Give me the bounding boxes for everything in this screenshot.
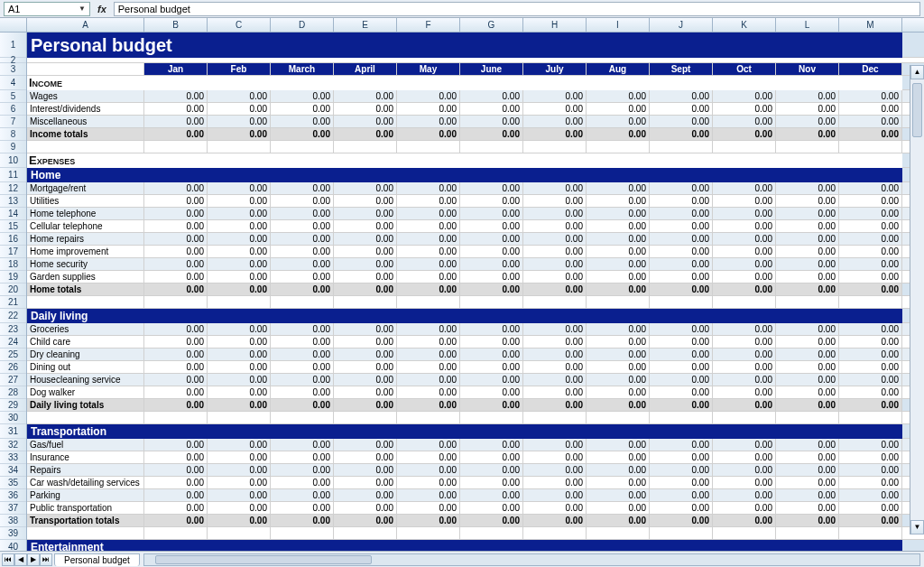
data-cell[interactable]: 0.00 (776, 182, 839, 194)
data-cell[interactable]: 0.00 (523, 336, 587, 348)
totals-cell[interactable]: 0.00 (587, 399, 650, 411)
data-cell[interactable]: 0.00 (397, 361, 460, 373)
blank-cell[interactable] (144, 296, 208, 308)
data-cell[interactable]: 0.00 (713, 116, 776, 127)
blank-cell[interactable] (27, 141, 144, 153)
data-cell[interactable]: 0.00 (776, 233, 839, 245)
data-cell[interactable]: 0.00 (587, 258, 650, 270)
sheet-tab[interactable]: Personal budget (54, 553, 140, 566)
data-cell[interactable]: 0.00 (208, 233, 271, 245)
row-label[interactable]: Interest/dividends (27, 103, 144, 115)
blank-cell[interactable] (271, 296, 334, 308)
data-cell[interactable]: 0.00 (271, 361, 334, 373)
data-cell[interactable]: 0.00 (839, 502, 902, 514)
data-cell[interactable]: 0.00 (208, 116, 271, 127)
data-cell[interactable]: 0.00 (271, 90, 334, 102)
data-cell[interactable]: 0.00 (208, 502, 271, 514)
row-header[interactable]: 3 (0, 63, 26, 76)
data-cell[interactable]: 0.00 (397, 386, 460, 398)
row-header[interactable]: 10 (0, 153, 26, 168)
data-cell[interactable]: 0.00 (334, 464, 397, 476)
data-cell[interactable]: 0.00 (144, 271, 208, 283)
data-cell[interactable]: 0.00 (650, 220, 713, 232)
data-cell[interactable]: 0.00 (523, 386, 587, 398)
data-cell[interactable]: 0.00 (523, 182, 587, 194)
blank-cell[interactable] (523, 141, 587, 153)
row-header[interactable]: 11 (0, 168, 26, 182)
column-header[interactable]: A (27, 18, 144, 32)
totals-cell[interactable]: 0.00 (713, 284, 776, 295)
data-cell[interactable]: 0.00 (334, 103, 397, 115)
totals-cell[interactable]: 0.00 (839, 399, 902, 411)
totals-label[interactable]: Home totals (27, 284, 144, 295)
blank-cell[interactable] (334, 141, 397, 153)
data-cell[interactable]: 0.00 (776, 361, 839, 373)
data-cell[interactable]: 0.00 (144, 220, 208, 232)
data-cell[interactable]: 0.00 (460, 336, 523, 348)
column-header[interactable]: D (271, 18, 334, 32)
blank-cell[interactable] (523, 296, 587, 308)
data-cell[interactable]: 0.00 (523, 103, 587, 115)
data-cell[interactable]: 0.00 (460, 90, 523, 102)
row-header[interactable]: 30 (0, 412, 26, 424)
column-header[interactable]: H (523, 18, 587, 32)
data-cell[interactable]: 0.00 (776, 90, 839, 102)
totals-cell[interactable]: 0.00 (839, 128, 902, 140)
data-cell[interactable]: 0.00 (334, 386, 397, 398)
data-cell[interactable]: 0.00 (144, 489, 208, 501)
data-cell[interactable]: 0.00 (397, 90, 460, 102)
data-cell[interactable]: 0.00 (713, 271, 776, 283)
column-header[interactable]: C (208, 18, 271, 32)
data-cell[interactable]: 0.00 (523, 361, 587, 373)
row-label[interactable]: Dining out (27, 361, 144, 373)
data-cell[interactable]: 0.00 (650, 451, 713, 463)
data-cell[interactable]: 0.00 (839, 220, 902, 232)
row-header[interactable]: 33 (0, 451, 26, 464)
data-cell[interactable]: 0.00 (397, 246, 460, 257)
data-cell[interactable]: 0.00 (523, 489, 587, 501)
row-label[interactable]: Utilities (27, 195, 144, 207)
data-cell[interactable]: 0.00 (587, 116, 650, 127)
data-cell[interactable]: 0.00 (713, 336, 776, 348)
month-header[interactable]: Nov (776, 63, 839, 75)
totals-cell[interactable]: 0.00 (713, 515, 776, 526)
month-header[interactable]: Jan (144, 63, 208, 75)
data-cell[interactable]: 0.00 (397, 195, 460, 207)
data-cell[interactable]: 0.00 (713, 103, 776, 115)
data-cell[interactable]: 0.00 (839, 361, 902, 373)
row-header[interactable]: 39 (0, 527, 26, 540)
data-cell[interactable]: 0.00 (208, 489, 271, 501)
totals-cell[interactable]: 0.00 (460, 284, 523, 295)
row-header[interactable]: 35 (0, 477, 26, 489)
data-cell[interactable]: 0.00 (460, 323, 523, 335)
data-cell[interactable]: 0.00 (208, 451, 271, 463)
row-header[interactable]: 23 (0, 323, 26, 336)
month-header[interactable]: Dec (839, 63, 902, 75)
data-cell[interactable]: 0.00 (334, 182, 397, 194)
data-cell[interactable]: 0.00 (776, 336, 839, 348)
blank-cell[interactable] (776, 527, 839, 539)
data-cell[interactable]: 0.00 (271, 182, 334, 194)
data-cell[interactable]: 0.00 (271, 246, 334, 257)
totals-cell[interactable]: 0.00 (523, 284, 587, 295)
data-cell[interactable]: 0.00 (144, 439, 208, 451)
month-header[interactable]: July (523, 63, 587, 75)
blank-cell[interactable] (839, 141, 902, 153)
data-cell[interactable]: 0.00 (208, 103, 271, 115)
data-cell[interactable]: 0.00 (208, 246, 271, 257)
month-header[interactable]: Sept (650, 63, 713, 75)
blank-cell[interactable] (839, 527, 902, 539)
data-cell[interactable]: 0.00 (713, 90, 776, 102)
data-cell[interactable]: 0.00 (523, 502, 587, 514)
totals-cell[interactable]: 0.00 (271, 399, 334, 411)
row-header[interactable]: 32 (0, 439, 26, 451)
column-header[interactable]: F (397, 18, 460, 32)
totals-cell[interactable]: 0.00 (208, 515, 271, 526)
row-header[interactable]: 18 (0, 258, 26, 271)
formula-input[interactable]: Personal budget (114, 2, 920, 16)
blank-cell[interactable] (460, 412, 523, 423)
row-header[interactable]: 13 (0, 195, 26, 208)
row-header[interactable]: 14 (0, 208, 26, 220)
row-header[interactable]: 40 (0, 540, 26, 551)
fx-icon[interactable]: fx (94, 4, 110, 14)
